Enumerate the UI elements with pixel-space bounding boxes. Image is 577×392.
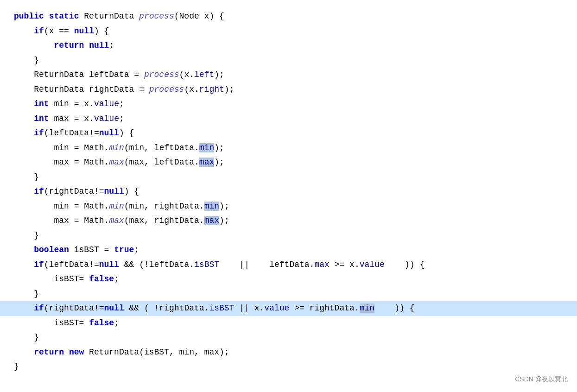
- code-line: ReturnData leftData = process(x.left);: [14, 68, 563, 82]
- code-line: min = Math.min(min, rightData.min);: [14, 199, 563, 214]
- code-line: public static ReturnData process(Node x)…: [14, 9, 563, 24]
- code-line: max = Math.max(max, rightData.max);: [14, 214, 563, 228]
- code-line: return new ReturnData(isBST, min, max);: [14, 345, 563, 360]
- code-line: if(rightData!=null) {: [14, 184, 563, 199]
- code-line: int min = x.value;: [14, 97, 563, 112]
- code-line: boolean isBST = true;: [14, 243, 563, 258]
- code-line: max = Math.max(max, leftData.max);: [14, 155, 563, 170]
- code-line: isBST= false;: [14, 316, 563, 331]
- code-container: public static ReturnData process(Node x)…: [0, 0, 577, 392]
- code-line: ReturnData rightData = process(x.right);: [14, 82, 563, 97]
- watermark: CSDN @夜以冀北: [515, 373, 568, 385]
- code-line: }: [14, 360, 563, 374]
- code-line: return null;: [14, 38, 563, 53]
- code-line: }: [14, 170, 563, 185]
- code-line: isBST= false;: [14, 272, 563, 287]
- code-line: if(x == null) {: [14, 24, 563, 39]
- code-line: min = Math.min(min, leftData.min);: [14, 141, 563, 156]
- code-line: if(leftData!=null) {: [14, 126, 563, 141]
- code-block: public static ReturnData process(Node x)…: [14, 9, 563, 374]
- code-line: int max = x.value;: [14, 112, 563, 126]
- code-line: if(leftData!=null && (!leftData.isBST ||…: [14, 258, 563, 272]
- code-line: }: [14, 53, 563, 68]
- code-line: }: [14, 330, 563, 345]
- code-line: }: [14, 287, 563, 302]
- code-line: if(rightData!=null && ( !rightData.isBST…: [0, 301, 577, 316]
- code-line: }: [14, 228, 563, 243]
